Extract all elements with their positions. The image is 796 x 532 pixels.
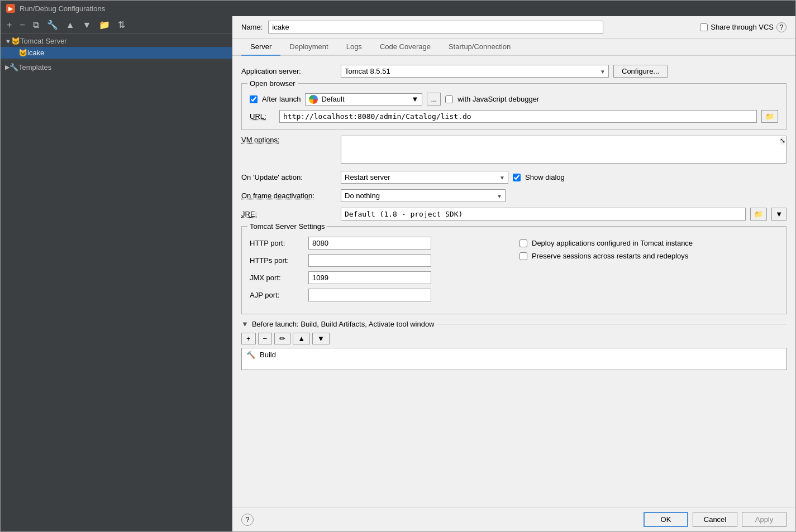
browser-select-display[interactable]: Default ▼ [305,93,422,106]
icake-label: icake [27,49,44,57]
deploy-apps-label: Deploy applications configured in Tomcat… [532,239,693,247]
tab-deployment[interactable]: Deployment [280,39,337,56]
copy-configuration-button[interactable]: ⧉ [30,19,42,31]
jre-input[interactable] [341,208,746,221]
bottom-right: OK Cancel Apply [644,512,787,527]
show-dialog-label: Show dialog [525,173,565,181]
sidebar-item-templates[interactable]: ▶ 🔧 Templates [1,61,232,73]
build-icon: 🔨 [246,351,255,359]
ajp-port-label: AJP port: [250,291,303,299]
ajp-port-row: AJP port: [250,289,508,301]
port-section: HTTP port: HTTPs port: JMX port: [250,237,778,306]
browser-dropdown-icon: ▼ [412,95,419,103]
port-col-left: HTTP port: HTTPs port: JMX port: [250,237,508,306]
update-action-select[interactable]: Restart server Update classes and resour… [341,171,508,184]
move-down-button[interactable]: ▼ [80,19,94,31]
cancel-button[interactable]: Cancel [693,512,737,527]
sort-button[interactable]: ⇅ [115,18,128,31]
edit-defaults-button[interactable]: 🔧 [44,18,61,31]
update-action-select-wrapper: Restart server Update classes and resour… [341,171,508,184]
tab-startup-connection[interactable]: Startup/Connection [440,39,519,56]
frame-deactivation-row: On frame deactivation: Do nothing Update… [241,189,787,202]
jre-row: JRE: 📁 ▼ [241,208,787,221]
jmx-port-label: JMX port: [250,274,303,282]
url-label: URL: [250,112,275,121]
jre-label: JRE: [241,210,336,218]
open-browser-legend: Open browser [247,79,298,88]
vm-options-input[interactable] [341,136,787,164]
tomcat-settings-legend: Tomcat Server Settings [247,222,327,231]
deploy-apps-checkbox[interactable] [519,239,527,247]
url-input[interactable] [279,110,757,123]
share-vcs-checkbox[interactable] [700,23,708,31]
https-port-input[interactable] [308,254,431,267]
ok-button[interactable]: OK [644,512,688,527]
jre-browse-button[interactable]: 📁 [750,208,767,221]
frame-deactivation-label: On frame deactivation: [241,191,336,200]
before-launch-collapse-icon[interactable]: ▼ [241,320,249,328]
add-folder-button[interactable]: 📁 [96,18,113,31]
configure-button[interactable]: Configure... [613,65,668,78]
ajp-port-input[interactable] [308,289,431,301]
deploy-apps-row: Deploy applications configured in Tomcat… [519,239,778,247]
browser-dots-button[interactable]: ... [427,93,441,106]
open-browser-section: Open browser After launch Default ▼ ... … [241,83,787,130]
http-port-input[interactable] [308,237,431,250]
jmx-port-input[interactable] [308,271,431,284]
tab-logs[interactable]: Logs [337,39,371,56]
before-launch-down-button[interactable]: ▼ [312,333,330,344]
app-server-row: Application server: Tomcat 8.5.51 ▼ Conf… [241,65,787,78]
vm-options-row: VM options: ⤡ [241,136,787,165]
move-up-button[interactable]: ▲ [63,19,78,31]
https-port-row: HTTPs port: [250,254,508,267]
share-vcs-label: Share through VCS [711,23,774,31]
bottom-left: ? [241,514,254,526]
app-server-select[interactable]: Tomcat 8.5.51 [341,65,609,78]
before-launch-header: ▼ Before launch: Build, Build Artifacts,… [241,320,787,328]
tab-content-server: Application server: Tomcat 8.5.51 ▼ Conf… [232,56,795,507]
apply-button[interactable]: Apply [742,512,787,527]
sidebar-item-tomcat-server[interactable]: ▼ 🐱 Tomcat Server [1,35,232,47]
tab-server[interactable]: Server [241,39,280,56]
vm-options-expand-button[interactable]: ⤡ [780,137,785,145]
update-action-label: On 'Update' action: [241,173,336,181]
build-item-label: Build [260,351,276,359]
preserve-sessions-row: Preserve sessions across restarts and re… [519,252,778,260]
help-button[interactable]: ? [241,514,254,526]
before-launch-up-button[interactable]: ▲ [293,333,310,344]
before-launch-edit-button[interactable]: ✏ [274,333,290,344]
jmx-port-row: JMX port: [250,271,508,284]
add-configuration-button[interactable]: + [4,19,15,31]
sidebar: + − ⧉ 🔧 ▲ ▼ 📁 ⇅ ▼ 🐱 Tomcat Server [1,16,232,531]
app-server-select-wrapper: Tomcat 8.5.51 ▼ [341,65,609,78]
js-debugger-label: with JavaScript debugger [457,95,539,103]
name-input[interactable] [268,21,603,33]
show-dialog-checkbox[interactable] [513,174,521,181]
bottom-bar: ? OK Cancel Apply [232,507,795,531]
tab-code-coverage[interactable]: Code Coverage [371,39,440,56]
before-launch-section: ▼ Before launch: Build, Build Artifacts,… [241,320,787,370]
js-debugger-checkbox[interactable] [445,95,453,103]
url-browse-button[interactable]: 📁 [761,110,778,123]
http-port-row: HTTP port: [250,237,508,250]
http-port-label: HTTP port: [250,239,303,247]
after-launch-checkbox[interactable] [250,95,258,103]
preserve-sessions-label: Preserve sessions across restarts and re… [532,252,688,260]
sidebar-tree: ▼ 🐱 Tomcat Server 🐱 icake ▶ 🔧 Templates [1,34,232,531]
jre-dropdown-button[interactable]: ▼ [771,208,787,221]
help-icon-header[interactable]: ? [776,22,787,32]
remove-configuration-button[interactable]: − [17,19,27,31]
browser-selected-label: Default [321,95,344,103]
title-bar: ▶ Run/Debug Configurations [1,1,795,16]
app-server-label: Application server: [241,67,336,75]
update-action-row: On 'Update' action: Restart server Updat… [241,171,787,184]
frame-deactivation-select[interactable]: Do nothing Update resources Update class… [341,189,506,202]
before-launch-add-button[interactable]: + [241,333,256,344]
preserve-sessions-checkbox[interactable] [519,252,527,260]
tomcat-icon: 🐱 [11,37,20,45]
wrench-icon: 🔧 [9,63,18,71]
sidebar-item-icake[interactable]: 🐱 icake [1,47,232,59]
before-launch-label: Before launch: Build, Build Artifacts, A… [252,320,435,328]
vm-options-container: ⤡ [341,136,787,165]
before-launch-remove-button[interactable]: − [258,333,273,344]
